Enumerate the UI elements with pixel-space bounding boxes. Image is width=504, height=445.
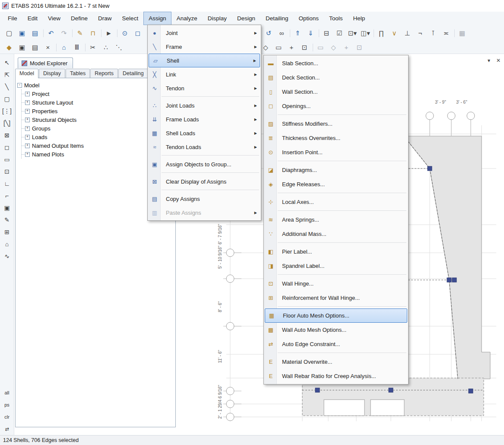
edit-icon[interactable]: ✎ bbox=[74, 28, 86, 38]
quick-draw-area-icon[interactable]: + bbox=[286, 42, 297, 53]
menu-item-joint[interactable]: ● Joint ▶ bbox=[148, 26, 261, 40]
draw-poly-dim-icon[interactable]: ◇ bbox=[328, 42, 339, 53]
select-all-button[interactable]: all bbox=[1, 388, 13, 397]
submenu-item-additional-mass[interactable]: ∵ Additional Mass... ▶ bbox=[264, 227, 408, 241]
quick-building-icon[interactable]: ⌂ bbox=[1, 239, 13, 249]
submenu-item-insertion-point[interactable]: ⊙ Insertion Point... ▶ bbox=[264, 145, 408, 159]
view-direction-icon[interactable]: ◫▾ bbox=[360, 28, 371, 38]
submenu-item-edge-releases[interactable]: ◈ Edge Releases... ▶ bbox=[264, 177, 408, 191]
menu-item-shell-loads[interactable]: ▦ Shell Loads ▶ bbox=[148, 126, 261, 140]
menu-item-shell[interactable]: ▱ Shell ▶ bbox=[149, 54, 260, 67]
panel-close-icon[interactable]: ✕ bbox=[496, 57, 501, 64]
menu-item-joint-loads[interactable]: ∴ Joint Loads ▶ bbox=[148, 99, 261, 112]
draw-rect-slab-icon[interactable]: ▭ bbox=[1, 154, 13, 165]
view-3d-icon[interactable]: ∞ bbox=[276, 28, 287, 38]
submenu-item-deck-section[interactable]: ▤ Deck Section... ▶ bbox=[264, 70, 408, 85]
quick-draw-dim-icon[interactable]: + bbox=[341, 42, 352, 53]
story-up-icon[interactable]: ⇑ bbox=[292, 28, 303, 38]
menu-define[interactable]: Define bbox=[66, 12, 93, 25]
axes-icon[interactable]: ⊺ bbox=[428, 28, 439, 38]
expand-icon[interactable]: + bbox=[25, 118, 30, 122]
select-poly-icon[interactable]: [⋮] bbox=[1, 106, 13, 116]
draw-window-slab-icon[interactable]: ⊡ bbox=[1, 166, 13, 177]
submenu-item-local-axes[interactable]: ⊹ Local Axes... ▶ bbox=[264, 195, 408, 209]
tab-tables[interactable]: Tables bbox=[66, 69, 90, 78]
snap-grid-icon[interactable]: ⋱ bbox=[113, 42, 124, 53]
draw-rect-dim-icon[interactable]: ▭ bbox=[315, 42, 326, 53]
submenu-item-thickness-overwrites[interactable]: ≣ Thickness Overwrites... ▶ bbox=[264, 131, 408, 145]
draw-pen-icon[interactable]: ✎ bbox=[1, 215, 13, 225]
menu-item-copy-assigns[interactable]: ▤ Copy Assigns ▶ bbox=[148, 192, 261, 206]
expand-icon[interactable]: + bbox=[25, 126, 30, 131]
select-pointer-icon[interactable]: ↖ bbox=[1, 57, 13, 68]
submenu-item-wall-rebar-ratio[interactable]: E Wall Rebar Ratio for Creep Analysis...… bbox=[264, 369, 408, 383]
menu-analyze[interactable]: Analyze bbox=[171, 12, 203, 25]
expand-icon[interactable]: + bbox=[25, 92, 30, 96]
plan-view-icon[interactable]: ⊡▾ bbox=[347, 28, 358, 38]
expand-icon[interactable]: + bbox=[25, 109, 30, 114]
menu-tools[interactable]: Tools bbox=[324, 12, 348, 25]
submenu-item-area-springs[interactable]: ≋ Area Springs... ▶ bbox=[264, 213, 408, 227]
restore-full-view-icon[interactable]: ◻ bbox=[132, 28, 143, 38]
open-model-icon[interactable]: ▣ bbox=[16, 28, 28, 38]
tab-display[interactable]: Display bbox=[39, 69, 65, 78]
expand-icon[interactable]: + bbox=[25, 100, 30, 105]
menu-draw[interactable]: Draw bbox=[93, 12, 117, 25]
previous-selection-button[interactable]: ps bbox=[1, 400, 13, 410]
reshape-icon[interactable]: ⇱ bbox=[1, 70, 13, 80]
draw-point-icon[interactable]: ▣ bbox=[1, 203, 13, 213]
elevation-view-icon[interactable]: ∏ bbox=[376, 28, 387, 38]
expand-icon[interactable]: + bbox=[25, 143, 30, 148]
menu-item-link[interactable]: ╳ Link ▶ bbox=[148, 67, 261, 81]
draw-poly-area-icon[interactable]: ◇ bbox=[260, 42, 271, 53]
submenu-item-auto-edge-constraint[interactable]: ⇄ Auto Edge Constraint... ▶ bbox=[264, 337, 408, 351]
named-view-icon[interactable]: ∨ bbox=[389, 28, 400, 38]
draw-rect-area-icon[interactable]: ▭ bbox=[273, 42, 284, 53]
modify-icon[interactable]: ◆ bbox=[3, 42, 15, 53]
submenu-item-diaphragms[interactable]: ◪ Diaphragms... ▶ bbox=[264, 163, 408, 177]
cut-icon[interactable]: ✂ bbox=[87, 42, 98, 53]
submenu-item-stiffness-modifiers[interactable]: ▨ Stiffness Modifiers... ▶ bbox=[264, 117, 408, 131]
run-analysis-icon[interactable]: ► bbox=[103, 28, 114, 38]
menu-view[interactable]: View bbox=[43, 12, 66, 25]
menu-help[interactable]: Help bbox=[348, 12, 371, 25]
menu-item-frame[interactable]: ╲ Frame ▶ bbox=[148, 40, 261, 54]
tab-model[interactable]: Model bbox=[15, 69, 38, 78]
object-shrink-icon[interactable]: ⊟ bbox=[321, 28, 332, 38]
display-options-icon[interactable]: ☑ bbox=[334, 28, 345, 38]
submenu-item-material-overwrite[interactable]: E Material Overwrite... ▶ bbox=[264, 355, 408, 369]
submenu-item-wall-auto-mesh-options[interactable]: ▩ Wall Auto Mesh Options... ▶ bbox=[264, 323, 408, 337]
menu-edit[interactable]: Edit bbox=[22, 12, 43, 25]
building-view-icon[interactable]: ⌂ bbox=[58, 42, 70, 53]
clear-selection-button[interactable]: clr bbox=[1, 412, 13, 422]
submenu-item-wall-section[interactable]: ▯ Wall Section... ▶ bbox=[264, 85, 408, 99]
similar-stories-icon[interactable]: Ⅲ bbox=[71, 42, 82, 53]
submenu-item-wall-hinge[interactable]: ⊡ Wall Hinge... ▶ bbox=[264, 277, 408, 291]
grid-toggle-icon[interactable]: ≍ bbox=[441, 28, 452, 38]
draw-window-dim-icon[interactable]: ⊡ bbox=[354, 42, 365, 53]
delete-icon[interactable]: × bbox=[42, 42, 54, 53]
submenu-item-openings[interactable]: ◻ Openings... ▶ bbox=[264, 99, 408, 113]
draw-bracket-icon[interactable]: ⌐ bbox=[1, 191, 13, 201]
model-explorer-tab[interactable]: Model Explorer bbox=[18, 57, 73, 68]
quick-grid-icon[interactable]: ⊞ bbox=[1, 227, 13, 237]
menu-detailing[interactable]: Detailing bbox=[260, 12, 294, 25]
save-model-icon[interactable]: ▤ bbox=[29, 28, 41, 38]
snap-points-icon[interactable]: ∴ bbox=[100, 42, 111, 53]
redo-icon[interactable]: ↷ bbox=[58, 28, 70, 38]
tab-reports[interactable]: Reports bbox=[90, 69, 118, 78]
draw-line-icon[interactable]: ╲ bbox=[1, 82, 13, 92]
section-cut-icon[interactable]: ⊥ bbox=[402, 28, 413, 38]
submenu-item-floor-auto-mesh-options[interactable]: ▦ Floor Auto Mesh Options... ▶ bbox=[265, 308, 407, 323]
select-line-mode-icon[interactable]: [╲] bbox=[1, 118, 13, 128]
submenu-item-pier-label[interactable]: ◧ Pier Label... ▶ bbox=[264, 245, 408, 259]
menu-options[interactable]: Options bbox=[294, 12, 324, 25]
draw-windows-icon[interactable]: ⊡ bbox=[299, 42, 310, 53]
tab-detailing[interactable]: Detailing bbox=[118, 69, 148, 78]
paste-icon[interactable]: ▤ bbox=[29, 42, 41, 53]
story-down-icon[interactable]: ⇓ bbox=[305, 28, 316, 38]
lock-model-icon[interactable]: ⊓ bbox=[87, 28, 98, 38]
submenu-item-spandrel-label[interactable]: ◨ Spandrel Label... ▶ bbox=[264, 259, 408, 273]
menu-item-paste-assigns[interactable]: ▥ Paste Assigns ▶ bbox=[148, 206, 261, 219]
collapse-icon[interactable]: - bbox=[17, 83, 22, 88]
